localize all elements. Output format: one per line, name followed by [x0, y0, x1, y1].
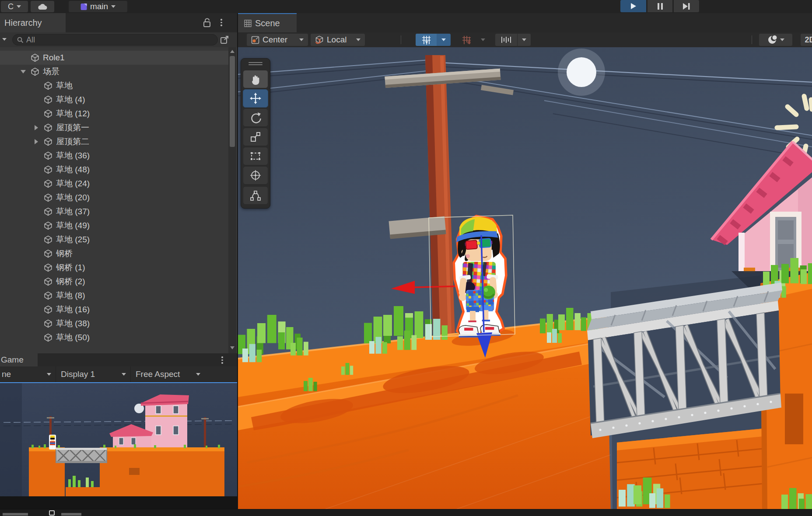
expand-arrow-icon[interactable] [19, 70, 27, 73]
hierarchy-item[interactable]: 草地 (36) [0, 149, 228, 163]
handle-rotation-label: Local [327, 35, 346, 45]
aspect-dropdown[interactable]: Free Aspect [131, 366, 205, 382]
hierarchy-item[interactable]: 草地 (12) [0, 107, 228, 121]
palette-drag-handle[interactable] [248, 64, 262, 65]
hierarchy-item[interactable]: 草地 (49) [0, 219, 228, 233]
hierarchy-item[interactable]: 草地 [0, 79, 228, 93]
pivot-mode-dropdown[interactable]: Center [247, 34, 308, 46]
step-button[interactable] [674, 0, 699, 12]
hierarchy-search-row: All [0, 32, 237, 47]
tool-hand-button[interactable] [243, 70, 268, 88]
hierarchy-item[interactable]: 草地 (37) [0, 205, 228, 219]
grid-options-button[interactable] [477, 34, 489, 46]
hand-icon [250, 73, 261, 85]
pivot-icon [251, 36, 259, 44]
rect-tool-icon [249, 150, 262, 162]
cloud-services-button[interactable] [31, 1, 54, 12]
gameobject-cube-icon [44, 277, 52, 286]
expand-arrow-icon[interactable] [32, 125, 40, 130]
gameobject-cube-icon [44, 207, 52, 216]
gameobject-cube-icon [44, 137, 52, 146]
gameobject-cube-icon [44, 109, 52, 118]
game-viewport[interactable] [0, 382, 237, 509]
game-menu-button[interactable] [221, 356, 223, 364]
scene-toolbar: Center Local Y [238, 32, 812, 48]
hierarchy-item[interactable]: 钢桥 (2) [0, 275, 228, 289]
hierarchy-item-label: 草地 (37) [56, 206, 90, 217]
search-placeholder: All [26, 35, 35, 45]
hierarchy-item[interactable]: 屋顶第二 [0, 135, 228, 149]
hierarchy-item[interactable]: 草地 (16) [0, 303, 228, 317]
hierarchy-item[interactable]: 草地 (4) [0, 93, 228, 107]
gameobject-cube-icon [44, 193, 52, 202]
handle-rotation-dropdown[interactable]: Local [311, 34, 365, 46]
search-input[interactable]: All [12, 34, 218, 45]
statusbar-window-icon[interactable] [49, 510, 55, 516]
gameobject-cube-icon [44, 263, 52, 272]
tool-rotate-button[interactable] [243, 108, 268, 127]
hierarchy-item[interactable]: 草地 (38) [0, 317, 228, 331]
pause-button[interactable] [648, 0, 672, 12]
hierarchy-item-label: 钢桥 [56, 248, 73, 259]
scale-icon [249, 131, 262, 143]
chevron-down-icon [111, 5, 116, 8]
hierarchy-item[interactable]: 草地 (25) [0, 233, 228, 247]
tab-game[interactable]: Game [0, 353, 38, 366]
tool-scale-button[interactable] [243, 128, 268, 146]
gameobject-cube-icon [44, 263, 52, 272]
search-popout-button[interactable] [220, 35, 230, 47]
collab-version-button[interactable]: C [1, 1, 28, 12]
search-icon [17, 37, 24, 43]
gameobject-cube-icon [44, 207, 52, 216]
statusbar-cut-text [61, 513, 81, 516]
branch-selector-button[interactable]: main [69, 1, 127, 12]
hierarchy-item[interactable]: 草地 (20) [0, 191, 228, 205]
scroll-down-icon[interactable] [230, 346, 234, 349]
tab-scene[interactable]: Scene [238, 13, 297, 32]
hierarchy-item[interactable]: 钢桥 [0, 247, 228, 261]
scene-viewport[interactable] [238, 47, 812, 509]
hierarchy-scrollbar[interactable] [228, 47, 236, 353]
toggle-2d-button[interactable]: 2D [801, 34, 812, 46]
gameobject-cube-icon [44, 179, 52, 188]
character-sprite[interactable] [454, 216, 506, 338]
search-filter-dropdown-icon[interactable] [2, 38, 7, 41]
display-dropdown-label: Display 1 [61, 370, 95, 379]
scrollbar-thumb[interactable] [230, 56, 235, 147]
hierarchy-menu-button[interactable] [220, 19, 222, 26]
palette-drag-handle[interactable] [248, 62, 262, 63]
tool-rect-button[interactable] [243, 147, 268, 165]
hierarchy-item[interactable]: 草地 (8) [0, 289, 228, 303]
tool-custom-button[interactable] [243, 186, 268, 205]
hierarchy-item[interactable]: 屋顶第一 [0, 121, 228, 135]
scroll-up-icon[interactable] [230, 50, 234, 53]
hierarchy-item[interactable]: 草地 (50) [0, 331, 228, 345]
hierarchy-item[interactable]: 钢桥 (1) [0, 261, 228, 275]
grid-snap-options-button[interactable] [437, 34, 451, 46]
snap-options-button[interactable] [518, 34, 531, 46]
hierarchy-item[interactable]: 草地 (24) [0, 177, 228, 191]
hierarchy-item[interactable]: Role1 [0, 51, 228, 65]
hierarchy-lock-button[interactable] [202, 17, 212, 30]
hierarchy-item[interactable]: 场景 [0, 65, 228, 79]
game-toolbar: ne Display 1 Free Aspect [0, 366, 237, 383]
game-view-dropdown[interactable]: ne [0, 366, 56, 382]
expand-arrow-icon[interactable] [32, 139, 40, 144]
scene-tool-palette[interactable] [241, 58, 270, 209]
grid-visibility-toggle[interactable] [457, 34, 476, 46]
gameobject-cube-icon [31, 53, 39, 62]
hierarchy-item[interactable]: 草地 (48) [0, 163, 228, 177]
toolbar-separator [401, 35, 401, 44]
tool-transform-button[interactable] [243, 166, 268, 185]
shading-mode-dropdown[interactable] [759, 34, 792, 46]
snap-increment-button[interactable] [495, 34, 517, 46]
gameobject-cube-icon [44, 319, 52, 328]
grid-red-icon [462, 35, 471, 45]
tool-move-button[interactable] [243, 89, 268, 108]
grid-snap-toggle[interactable]: Y [416, 34, 437, 46]
branch-label: main [90, 2, 108, 11]
play-button[interactable] [620, 0, 646, 12]
tab-hierarchy[interactable]: Hierarchy [0, 13, 66, 32]
gameobject-cube-icon [44, 249, 52, 258]
display-dropdown[interactable]: Display 1 [56, 366, 131, 382]
